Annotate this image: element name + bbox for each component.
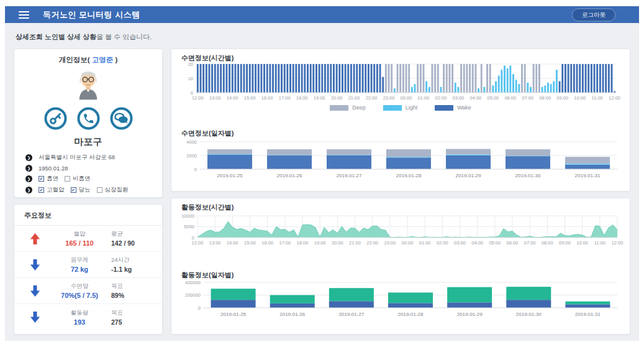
svg-text:16:00: 16:00 — [261, 95, 273, 101]
svg-text:14:00: 14:00 — [227, 240, 238, 246]
svg-text:08:00: 08:00 — [542, 240, 553, 246]
arrow-bullet-icon: ❯ — [25, 154, 32, 161]
svg-text:13:00: 13:00 — [209, 95, 221, 101]
svg-text:18:00: 18:00 — [296, 95, 308, 101]
svg-text:10000: 10000 — [181, 213, 194, 219]
svg-text:4000: 4000 — [186, 139, 197, 145]
svg-text:18:00: 18:00 — [297, 240, 309, 246]
svg-text:2019-01-31: 2019-01-31 — [575, 173, 601, 178]
svg-text:2019-01-27: 2019-01-27 — [337, 173, 362, 178]
svg-text:09:00: 09:00 — [559, 240, 571, 246]
svg-text:400000: 400000 — [185, 280, 201, 285]
svg-text:06:00: 06:00 — [504, 95, 516, 101]
sleep-legend: DeepLightWake — [171, 104, 630, 111]
svg-text:07:00: 07:00 — [522, 95, 533, 101]
svg-text:2019-01-28: 2019-01-28 — [398, 312, 424, 317]
svg-text:10:00: 10:00 — [574, 95, 586, 101]
metric-label: 수면양 — [48, 282, 111, 290]
checkbox-checked[interactable]: ✔ — [39, 187, 44, 193]
key-info-card: 주요정보 혈압165 / 110평균142 / 90몸무게72 kg24시간-1… — [14, 204, 163, 335]
metric-sub-label: 24시간 — [111, 256, 155, 264]
page-description: 상세조회 노인별 상세 상황을 볼 수 있습니다. — [16, 32, 152, 42]
svg-text:01:00: 01:00 — [418, 95, 430, 101]
svg-text:00:00: 00:00 — [401, 95, 412, 101]
svg-text:23:00: 23:00 — [383, 95, 395, 101]
svg-text:12:00: 12:00 — [192, 95, 204, 101]
svg-text:2019-01-30: 2019-01-30 — [516, 312, 542, 317]
svg-text:22:00: 22:00 — [366, 95, 378, 101]
trend-down-icon — [22, 285, 48, 297]
svg-text:2019-01-25: 2019-01-25 — [217, 173, 243, 178]
chat-icon[interactable] — [110, 107, 133, 130]
checkbox-unchecked[interactable] — [97, 187, 102, 193]
logout-button[interactable]: 로그아웃 — [572, 8, 615, 21]
key-info-row: 활동량193목표275 — [14, 304, 162, 330]
svg-text:0: 0 — [194, 167, 197, 172]
personal-info-title: 개인정보( 고영준 ) — [59, 55, 118, 65]
svg-text:5000: 5000 — [184, 224, 194, 229]
arrow-bullet-icon: ❯ — [25, 165, 32, 172]
sleep-info-card: 수면정보(시간별) 0102012:0013:0014:0015:0016:00… — [171, 49, 630, 192]
svg-text:2019-01-29: 2019-01-29 — [456, 173, 481, 178]
metric-value: 70%(5 / 7.5) — [48, 292, 111, 299]
legend-item-wake: Wake — [435, 104, 471, 111]
checkbox-checked[interactable]: ✔ — [71, 187, 76, 193]
svg-text:21:00: 21:00 — [349, 240, 361, 246]
key-info-title: 주요정보 — [14, 205, 162, 226]
metric-value: 165 / 110 — [48, 239, 111, 247]
detail-text: 1950.01.28 — [39, 165, 68, 172]
svg-text:02:00: 02:00 — [437, 240, 448, 246]
checkbox-checked[interactable]: ✔ — [39, 176, 44, 182]
key-info-rows: 혈압165 / 110평균142 / 90몸무게72 kg24시간-1.1 kg… — [14, 226, 162, 330]
checkbox-label: 심장질환 — [105, 186, 129, 194]
key-icon[interactable] — [44, 107, 67, 130]
svg-text:10: 10 — [188, 76, 193, 81]
detail-row: ❯서울특별시 마포구 서강로 68 — [25, 154, 151, 162]
key-info-row: 몸무게72 kg24시간-1.1 kg — [14, 252, 162, 278]
checkbox-unchecked[interactable] — [65, 176, 70, 182]
svg-text:02:00: 02:00 — [435, 95, 447, 101]
checkbox-label: 당뇨 — [79, 186, 91, 194]
svg-text:05:00: 05:00 — [489, 240, 501, 246]
app-window: 독거노인 모니터링 시스템 로그아웃 상세조회 노인별 상세 상황을 볼 수 있… — [5, 6, 639, 341]
svg-text:20: 20 — [188, 62, 193, 67]
svg-text:12:00: 12:00 — [612, 240, 624, 246]
metric-sub-value: 275 — [111, 318, 155, 326]
checkbox-label: 비흡연 — [73, 175, 91, 183]
contact-actions — [44, 107, 133, 130]
svg-text:04:00: 04:00 — [469, 95, 481, 101]
svg-text:200000: 200000 — [185, 292, 201, 298]
svg-text:09:00: 09:00 — [556, 95, 568, 101]
svg-text:2019-01-26: 2019-01-26 — [279, 312, 305, 317]
svg-text:2019-01-27: 2019-01-27 — [338, 312, 364, 317]
metric-label: 혈압 — [48, 230, 111, 238]
svg-text:20:00: 20:00 — [331, 95, 343, 101]
legend-swatch — [435, 105, 453, 111]
metric-value: 72 kg — [48, 266, 111, 273]
metric-sub-value: 142 / 90 — [111, 239, 155, 247]
svg-text:2019-01-25: 2019-01-25 — [220, 312, 246, 317]
svg-text:17:00: 17:00 — [279, 95, 291, 101]
metric-sub-value: 89% — [111, 292, 155, 299]
profile-details: ❯서울특별시 마포구 서강로 68❯1950.01.28❯✔흡연비흡연❯✔고혈압… — [14, 154, 162, 197]
metric-sub-label: 목표 — [111, 309, 155, 317]
phone-icon[interactable] — [77, 107, 100, 130]
svg-text:2019-01-26: 2019-01-26 — [277, 173, 302, 178]
svg-text:16:00: 16:00 — [261, 240, 273, 246]
checkbox-label: 흡연 — [47, 175, 58, 183]
svg-text:10:00: 10:00 — [576, 240, 588, 246]
menu-icon[interactable] — [19, 9, 29, 21]
checkbox-label: 고혈압 — [47, 186, 65, 194]
svg-text:2019-01-29: 2019-01-29 — [457, 312, 483, 317]
svg-text:2019-01-28: 2019-01-28 — [396, 173, 422, 178]
person-name: 고영준 — [92, 56, 114, 63]
svg-text:05:00: 05:00 — [487, 95, 499, 101]
legend-item-light: Light — [383, 104, 418, 111]
svg-text:08:00: 08:00 — [539, 95, 551, 101]
metric-label: 활동량 — [48, 309, 111, 317]
svg-text:01:00: 01:00 — [419, 240, 431, 246]
sleep-hourly-title: 수면정보(시간별) — [181, 53, 234, 63]
svg-text:12:00: 12:00 — [192, 240, 204, 246]
metric-sub-label: 목표 — [111, 282, 155, 290]
detail-row: ❯✔흡연비흡연 — [25, 175, 151, 183]
